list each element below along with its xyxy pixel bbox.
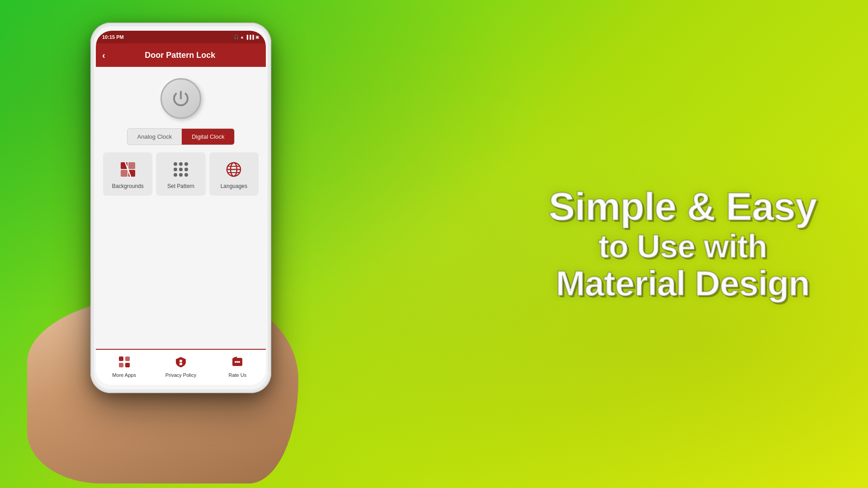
svg-point-16 bbox=[179, 360, 182, 362]
status-icons: 🎧 ▲ ▐▐▐ ▣ bbox=[234, 35, 259, 39]
privacy-policy-nav-item[interactable]: Privacy Policy bbox=[152, 352, 209, 382]
screen-content: Analog Clock Digital Clock bbox=[96, 67, 266, 349]
svg-rect-3 bbox=[128, 162, 135, 169]
dot bbox=[184, 173, 188, 177]
status-bar: 10:15 PM 🎧 ▲ ▐▐▐ ▣ bbox=[96, 31, 266, 43]
rate-us-label: Rate Us bbox=[228, 372, 246, 378]
dot bbox=[179, 162, 183, 166]
headline-line3: Material Design bbox=[524, 264, 841, 303]
languages-menu-item[interactable]: Languages bbox=[209, 152, 259, 196]
more-apps-nav-item[interactable]: More Apps bbox=[96, 352, 152, 382]
svg-point-19 bbox=[235, 361, 236, 363]
more-apps-icon bbox=[118, 356, 130, 371]
dot bbox=[179, 168, 183, 171]
signal-icon: ▐▐▐ bbox=[245, 35, 254, 39]
languages-icon bbox=[224, 160, 244, 179]
set-pattern-icon bbox=[171, 160, 191, 179]
headline-line2: to Use with bbox=[524, 229, 841, 264]
power-icon bbox=[172, 89, 190, 108]
dot bbox=[174, 168, 177, 171]
privacy-policy-icon bbox=[175, 356, 187, 371]
dot bbox=[174, 173, 177, 177]
headline-line1: Simple & Easy bbox=[548, 184, 817, 229]
phone-device: 10:15 PM 🎧 ▲ ▐▐▐ ▣ ‹ Door Pattern Lock bbox=[90, 23, 271, 393]
dot bbox=[184, 168, 188, 171]
battery-icon: ▣ bbox=[255, 35, 259, 39]
menu-grid: Backgrounds bbox=[103, 152, 259, 196]
power-button[interactable] bbox=[160, 78, 201, 119]
status-time: 10:15 PM bbox=[102, 34, 124, 40]
app-bar: ‹ Door Pattern Lock bbox=[96, 43, 266, 67]
power-button-container bbox=[158, 76, 203, 121]
languages-label: Languages bbox=[221, 183, 247, 190]
svg-point-21 bbox=[238, 361, 240, 363]
dot bbox=[179, 173, 183, 177]
svg-rect-13 bbox=[125, 357, 130, 361]
analog-clock-button[interactable]: Analog Clock bbox=[127, 129, 182, 145]
svg-rect-15 bbox=[125, 363, 130, 367]
right-content: Simple & Easy to Use with Material Desig… bbox=[524, 185, 841, 303]
svg-rect-12 bbox=[119, 357, 123, 361]
svg-point-20 bbox=[236, 361, 238, 363]
dot bbox=[184, 162, 188, 166]
privacy-policy-label: Privacy Policy bbox=[165, 372, 196, 378]
set-pattern-menu-item[interactable]: Set Pattern bbox=[156, 152, 205, 196]
backgrounds-icon bbox=[118, 160, 138, 179]
back-button[interactable]: ‹ bbox=[102, 50, 105, 61]
phone-mockup: 10:15 PM 🎧 ▲ ▐▐▐ ▣ ‹ Door Pattern Lock bbox=[63, 9, 316, 479]
headline: Simple & Easy to Use with Material Desig… bbox=[524, 185, 841, 303]
clock-toggle-group: Analog Clock Digital Clock bbox=[127, 128, 235, 145]
digital-clock-button[interactable]: Digital Clock bbox=[182, 129, 234, 145]
svg-rect-4 bbox=[121, 170, 127, 177]
phone-screen: 10:15 PM 🎧 ▲ ▐▐▐ ▣ ‹ Door Pattern Lock bbox=[96, 31, 266, 385]
wifi-icon: ▲ bbox=[240, 35, 244, 39]
backgrounds-menu-item[interactable]: Backgrounds bbox=[103, 152, 152, 196]
svg-rect-14 bbox=[119, 363, 123, 367]
headphone-icon: 🎧 bbox=[234, 35, 239, 39]
rate-us-nav-item[interactable]: Rate Us bbox=[209, 352, 266, 382]
app-title: Door Pattern Lock bbox=[110, 51, 259, 60]
bottom-nav: More Apps Privacy Policy bbox=[96, 349, 266, 385]
backgrounds-label: Backgrounds bbox=[112, 183, 144, 190]
svg-rect-17 bbox=[179, 363, 182, 365]
rate-us-icon bbox=[231, 356, 243, 371]
set-pattern-label: Set Pattern bbox=[167, 183, 194, 190]
more-apps-label: More Apps bbox=[112, 372, 136, 378]
dot bbox=[174, 162, 177, 166]
